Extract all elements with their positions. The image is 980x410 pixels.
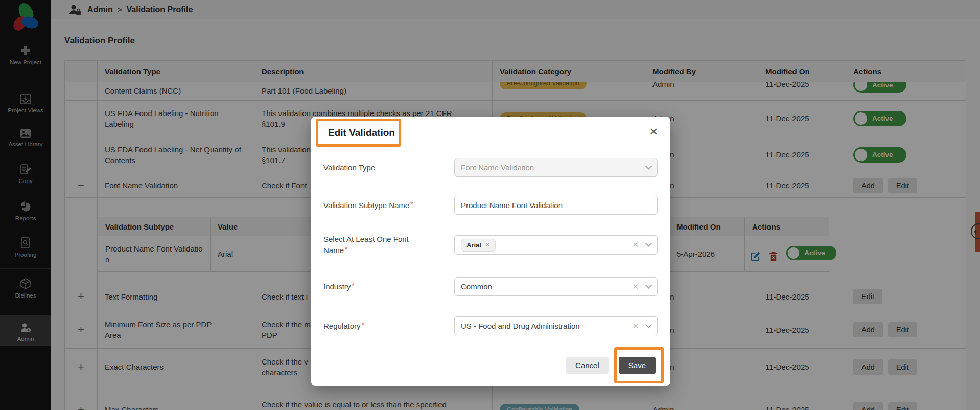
field-font-name: Select At Least One Font Name* Arial✕ ✕ (323, 235, 658, 255)
required-asterisk: * (410, 200, 413, 208)
select-value: US - Food and Drug Administration (461, 322, 629, 330)
modal-divider (311, 147, 670, 147)
input-value: Product Name Font Validation (461, 201, 651, 210)
font-name-multiselect[interactable]: Arial✕ ✕ (454, 235, 658, 255)
industry-select[interactable]: Common ✕ (454, 277, 658, 296)
clear-icon[interactable]: ✕ (632, 282, 639, 291)
regulatory-select[interactable]: US - Food and Drug Administration ✕ (454, 316, 658, 335)
chevron-down-icon (645, 322, 652, 328)
select-value: Common (461, 282, 629, 291)
field-label: Validation Type (323, 162, 375, 173)
modal-title: Edit Validation (328, 127, 395, 139)
field-label: Select At Least One Font Name (323, 235, 409, 255)
required-asterisk: * (352, 282, 354, 289)
edit-validation-modal: Edit Validation ✕ Validation Type Font N… (311, 117, 670, 386)
close-icon[interactable]: ✕ (649, 126, 658, 138)
chip-label: Arial (466, 241, 481, 249)
clear-icon[interactable]: ✕ (632, 322, 639, 331)
validation-type-select[interactable]: Font Name Validation (454, 158, 658, 177)
field-label: Industry (323, 282, 351, 291)
modal-actions: Cancel Save (566, 357, 656, 374)
cancel-button[interactable]: Cancel (566, 357, 609, 374)
save-button[interactable]: Save (619, 357, 656, 374)
chip-remove-icon[interactable]: ✕ (485, 242, 490, 248)
selected-chip: Arial✕ (461, 239, 496, 252)
chevron-down-icon (645, 240, 652, 247)
field-industry: Industry* Common ✕ (323, 277, 658, 297)
clear-icon[interactable]: ✕ (632, 240, 639, 249)
field-subtype-name: Validation Subtype Name* Product Name Fo… (323, 196, 658, 215)
field-label: Regulatory (323, 322, 361, 330)
field-regulatory: Regulatory* US - Food and Drug Administr… (323, 316, 658, 336)
field-validation-type: Validation Type Font Name Validation (323, 158, 658, 177)
required-asterisk: * (345, 245, 347, 253)
subtype-name-input[interactable]: Product Name Font Validation (454, 196, 658, 215)
select-value: Font Name Validation (461, 163, 639, 172)
chevron-down-icon (645, 282, 652, 289)
chevron-down-icon (645, 163, 652, 170)
field-label: Validation Subtype Name (323, 201, 409, 210)
required-asterisk: * (362, 321, 364, 329)
